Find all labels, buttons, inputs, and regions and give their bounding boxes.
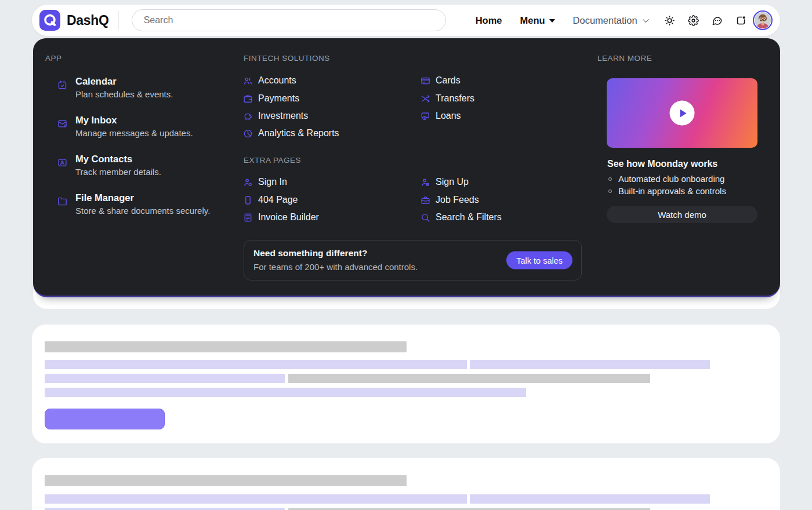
menu-link-payments[interactable]: Payments [243,92,299,105]
brand-logo-icon [39,10,60,31]
menu-link-sign-in[interactable]: Sign In [243,176,287,188]
menu-link-transfers[interactable]: Transfers [420,92,474,105]
content-card-2 [32,458,780,510]
invoice-icon [243,213,253,223]
menu-item-title: Calendar [75,75,231,87]
demo-video-thumbnail[interactable] [607,78,757,148]
bullet-icon [608,190,612,193]
menu-link-search-filters[interactable]: Search & Filters [420,211,502,224]
theme-sun-icon[interactable] [664,15,675,26]
pie-chart-icon [243,129,253,139]
settings-gear-icon[interactable] [688,15,699,26]
menu-link-404-page[interactable]: 404 Page [243,194,298,206]
navbar-icons [664,15,746,26]
inbox-icon [57,119,67,129]
menu-link-loans[interactable]: Loans [420,110,461,122]
skeleton-title-bar [45,341,407,352]
skeleton-text-bar [470,494,710,504]
menu-item-title: My Contacts [75,153,231,165]
user-signin-icon [243,177,253,187]
notifications-icon[interactable] [735,15,746,26]
nav-documentation-dropdown[interactable]: Documentation [573,15,648,26]
briefcase-icon [420,195,430,205]
menu-item-my-inbox[interactable]: My InboxManage messages & updates. [57,114,231,139]
menu-link-invoice-builder[interactable]: Invoice Builder [243,211,319,224]
search-input[interactable] [132,9,446,31]
play-icon [680,109,687,117]
menu-link-accounts[interactable]: Accounts [243,74,296,87]
menu-link-job-feeds[interactable]: Job Feeds [420,194,479,206]
menu-link-analytics-reports[interactable]: Analytics & Reports [243,127,339,140]
mega-menu-panel: APP CalendarPlan schedules & events. My … [33,38,780,297]
users-icon [243,76,253,86]
skeleton-text-bar [45,374,285,383]
skeleton-title-bar [45,475,407,486]
menu-item-desc: Manage messages & updates. [75,128,231,139]
calendar-icon [57,80,67,90]
bullet-icon [608,177,612,181]
extra-pages-section-header: EXTRA PAGES [244,156,301,165]
skeleton-text-bar [45,360,467,369]
nav-home-link[interactable]: Home [476,15,502,26]
menu-item-title: File Manager [75,192,231,203]
fintech-section-header: FINTECH SOLUTIONS [244,54,330,63]
menu-item-desc: Plan schedules & events. [75,89,231,100]
brand[interactable]: DashQ [32,10,109,31]
chat-icon[interactable] [712,15,723,26]
skeleton-text-bar [470,360,710,369]
wallet-icon [243,94,253,104]
skeleton-text-bar [288,374,650,383]
credit-card-icon [420,76,430,86]
top-navbar: DashQ Home Menu Documentation [32,5,780,36]
brand-name: DashQ [67,13,109,28]
play-button[interactable] [670,101,695,126]
menu-link-sign-up[interactable]: Sign Up [420,176,469,188]
transfer-arrows-icon [420,94,430,104]
watch-demo-button[interactable]: Watch demo [607,206,757,223]
skeleton-text-bar [45,388,526,397]
menu-link-cards[interactable]: Cards [420,74,461,87]
menu-item-file-manager[interactable]: File ManagerStore & share documents secu… [57,192,231,216]
learn-bullet-2: Built-in approvals & controls [608,186,726,196]
app-section-header: APP [45,54,62,63]
piggy-bank-icon [243,111,253,121]
search-filter-icon [420,213,430,223]
cta-box: Need something different? For teams of 2… [244,240,582,280]
menu-item-desc: Track member details. [75,166,231,177]
menu-item-calendar[interactable]: CalendarPlan schedules & events. [57,75,231,100]
nav-menu-dropdown[interactable]: Menu [520,15,554,26]
navbar-divider [118,11,119,30]
caret-down-icon [549,19,555,23]
skeleton-text-bar [45,494,467,504]
skeleton-button[interactable] [45,409,165,429]
menu-link-investments[interactable]: Investments [243,110,308,122]
talk-to-sales-button[interactable]: Talk to sales [506,252,572,269]
menu-item-desc: Store & share documents securely. [75,205,231,216]
menu-item-my-contacts[interactable]: My ContactsTrack member details. [57,153,231,177]
nav-links: Home Menu Documentation [476,15,648,26]
learn-video-title: See how Moonday works [607,159,717,169]
folder-icon [57,196,67,206]
user-avatar[interactable] [753,10,773,30]
page-icon [243,195,253,205]
learn-more-section-header: LEARN MORE [597,54,652,63]
content-card-1 [32,325,780,443]
learn-bullet-1: Automated club onboarding [608,174,724,184]
avatar-image [755,12,771,28]
contacts-icon [57,158,67,167]
chevron-down-icon [643,16,649,23]
user-signup-icon [420,177,430,187]
menu-item-title: My Inbox [75,114,231,126]
loan-coin-icon [420,111,430,121]
